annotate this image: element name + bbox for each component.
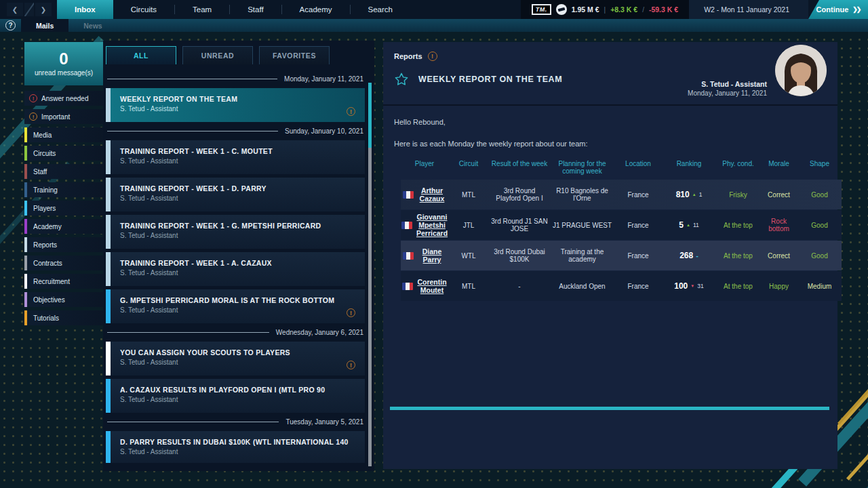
mail-list-item[interactable]: G. MPETSHI PERRICARD MORAL IS AT THE ROC… xyxy=(106,289,365,323)
help-icon[interactable]: ? xyxy=(5,20,16,30)
unread-counter: 0 unread message(s) xyxy=(24,42,103,85)
player-name-link[interactable]: Diane Parry xyxy=(418,247,446,264)
column-header[interactable]: Shape xyxy=(797,159,842,169)
sidebar-filter-item[interactable]: ! Important xyxy=(24,109,103,124)
sidebar-category-item[interactable]: Training xyxy=(24,182,103,197)
column-header[interactable]: Ranking xyxy=(662,159,716,169)
mail-item-title: TRAINING REPORT - WEEK 1 - D. PARRY xyxy=(120,184,267,192)
top-nav-tab[interactable]: Academy xyxy=(282,0,350,19)
top-nav-tab[interactable]: Staff xyxy=(230,0,281,19)
france-flag-icon xyxy=(403,252,414,260)
weekly-expense: -59.3 K € xyxy=(649,5,678,14)
top-bar-right: TM. 1.95 M € | +8.3 K € / -59.3 K € W2 -… xyxy=(521,0,868,19)
category-color-bar xyxy=(106,342,111,375)
money-icon xyxy=(556,4,567,15)
mail-list-item[interactable]: TRAINING REPORT - WEEK 1 - C. MOUTET S. … xyxy=(106,140,365,174)
player-name-link[interactable]: Corentin Moutet xyxy=(417,278,446,294)
intro-text: Here is as each Monday the weekly report… xyxy=(394,140,824,148)
top-nav-tabs: InboxCircuitsTeamStaffAcademySearch xyxy=(57,0,410,19)
date-separator: Sunday, January 10, 2021 xyxy=(107,125,363,137)
team-report-table: PlayerCircuitResult of the weekPlanning … xyxy=(401,159,842,301)
sidebar-filter-item[interactable]: ! Answer needed xyxy=(24,91,103,106)
ranking-cell: 100▼31 xyxy=(662,280,716,292)
ranking-trend-icon: ▼ xyxy=(690,284,694,288)
sidebar-category-item[interactable]: Circuits xyxy=(24,146,103,161)
ranking-cell: 5▲11 xyxy=(662,219,716,231)
balance-value: 1.95 M € xyxy=(572,5,599,14)
sidebar-category-item[interactable]: Recruitment xyxy=(24,274,103,289)
favorite-star-icon[interactable] xyxy=(394,72,409,87)
back-arrow-icon[interactable]: ❮ xyxy=(7,3,23,16)
mail-scrollbar-thumb[interactable] xyxy=(368,83,372,148)
phy-cond-cell: At the top xyxy=(716,220,760,230)
continue-button[interactable]: Continue ❯❯ xyxy=(808,0,868,19)
mail-filter-tab[interactable]: FAVORITES xyxy=(259,46,330,64)
important-icon: ! xyxy=(347,308,355,317)
player-cell[interactable]: Corentin Moutet xyxy=(401,277,448,296)
sidebar-category-item[interactable]: Tutorials xyxy=(24,310,103,325)
column-header[interactable]: Result of the week xyxy=(489,159,550,169)
history-nav: ❮ ❯ xyxy=(7,0,52,19)
mail-item-sender: S. Tetud - Assistant xyxy=(120,269,272,277)
sidebar-category-item[interactable]: Players xyxy=(24,201,103,216)
column-header[interactable]: Player xyxy=(401,159,448,169)
mail-scrollbar[interactable] xyxy=(368,83,372,466)
location-cell: France xyxy=(614,251,662,261)
column-header[interactable]: Circuit xyxy=(448,159,489,169)
ranking-trend-icon: - xyxy=(696,252,698,259)
player-name-link[interactable]: Giovanni Mpetshi Perricard xyxy=(416,213,448,237)
planning-cell: Training at the academy xyxy=(550,247,614,264)
message-end-divider xyxy=(390,407,829,410)
planning-cell: J1 PRAGUE WEST xyxy=(550,220,614,230)
mail-list-item[interactable]: A. CAZAUX RESULTS IN PLAYFORD OPEN I (MT… xyxy=(106,379,365,413)
player-name-link[interactable]: Arthur Cazaux xyxy=(418,186,446,203)
table-row: Arthur CazauxMTL3rd Round Playford Open … xyxy=(401,180,842,209)
mail-list-item[interactable]: D. PARRY RESULTS IN DUBAI $100K (WTL INT… xyxy=(106,431,365,463)
mail-list-item[interactable]: YOU CAN ASSIGN YOUR SCOUTS TO PLAYERS S.… xyxy=(106,342,365,375)
player-cell[interactable]: Arthur Cazaux xyxy=(401,185,448,204)
sidebar-category-item[interactable]: Contracts xyxy=(24,256,103,270)
sidebar-category-item[interactable]: Academy xyxy=(24,219,103,234)
category-color-bar xyxy=(106,379,111,413)
finance-cluster: TM. 1.95 M € | +8.3 K € / -59.3 K € xyxy=(521,0,689,19)
france-flag-icon xyxy=(401,222,412,229)
mail-item-title: TRAINING REPORT - WEEK 1 - G. MPETSHI PE… xyxy=(120,222,321,230)
sidebar-category-item[interactable]: Media xyxy=(24,127,103,142)
table-row: Corentin MoutetMTL-Auckland OpenFrance10… xyxy=(401,271,842,301)
column-header[interactable]: Location xyxy=(614,159,662,169)
sub-nav-tab[interactable]: Mails xyxy=(21,19,68,32)
mail-list-item[interactable]: TRAINING REPORT - WEEK 1 - A. CAZAUX S. … xyxy=(106,252,365,286)
ranking-cell: 268- xyxy=(662,249,716,262)
sub-nav-tab[interactable]: News xyxy=(68,19,117,32)
column-header[interactable]: Phy. cond. xyxy=(716,159,760,169)
morale-cell: Correct xyxy=(760,251,797,261)
top-bar: ❮ ❯ InboxCircuitsTeamStaffAcademySearch … xyxy=(0,0,868,19)
sidebar-category-item[interactable]: Staff xyxy=(24,164,103,179)
column-header[interactable]: Morale xyxy=(760,159,797,169)
column-header[interactable]: Planning for the coming week xyxy=(550,159,614,176)
nav-divider xyxy=(24,3,34,16)
sidebar-category-item[interactable]: Objectives xyxy=(24,292,103,307)
circuit-cell: MTL xyxy=(448,190,489,200)
double-chevron-icon: ❯❯ xyxy=(852,6,860,13)
top-nav-tab[interactable]: Circuits xyxy=(113,0,174,19)
mail-list-item[interactable]: TRAINING REPORT - WEEK 1 - G. MPETSHI PE… xyxy=(106,215,365,249)
player-cell[interactable]: Diane Parry xyxy=(401,246,448,265)
mail-sidebar: 0 unread message(s) ! Answer needed ! Im… xyxy=(24,42,103,329)
result-cell: 3rd Round Playford Open I xyxy=(489,186,550,203)
top-nav-tab[interactable]: Team xyxy=(175,0,229,19)
player-cell[interactable]: Giovanni Mpetshi Perricard xyxy=(401,211,448,239)
category-color-bar xyxy=(106,215,111,249)
planning-cell: Auckland Open xyxy=(550,281,614,291)
important-icon: ! xyxy=(347,361,355,369)
top-nav-tab[interactable]: Search xyxy=(351,0,410,19)
mail-filter-tab[interactable]: UNREAD xyxy=(182,46,253,64)
sidebar-category-item[interactable]: Reports xyxy=(24,237,103,252)
mail-filter-tab[interactable]: ALL xyxy=(106,46,176,64)
top-nav-tab[interactable]: Inbox xyxy=(57,0,113,19)
mail-item-title: A. CAZAUX RESULTS IN PLAYFORD OPEN I (MT… xyxy=(120,386,325,394)
mail-list-item[interactable]: WEEKLY REPORT ON THE TEAM S. Tetud - Ass… xyxy=(106,88,365,122)
forward-arrow-icon[interactable]: ❯ xyxy=(35,3,52,16)
mail-item-title: YOU CAN ASSIGN YOUR SCOUTS TO PLAYERS xyxy=(120,348,290,357)
mail-list-item[interactable]: TRAINING REPORT - WEEK 1 - D. PARRY S. T… xyxy=(106,178,365,211)
